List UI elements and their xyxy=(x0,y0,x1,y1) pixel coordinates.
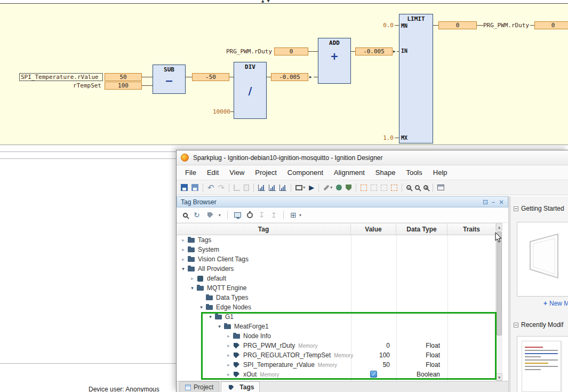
tree-row-all-providers[interactable]: ▾ All Providers xyxy=(177,264,495,274)
menu-file[interactable]: File xyxy=(180,169,202,177)
import-icon[interactable]: ↧ xyxy=(259,211,265,219)
window-titlebar[interactable]: Sparkplug - Ignition-debian10-ignition-m… xyxy=(177,150,568,165)
tree-row-default[interactable]: ▸ default xyxy=(177,274,495,283)
menu-project[interactable]: Project xyxy=(250,169,282,177)
collapse-arrow-icon[interactable]: ▾ xyxy=(180,266,187,271)
save-all-icon[interactable] xyxy=(191,184,198,191)
undo-icon[interactable]: ↶ xyxy=(207,183,214,193)
column-tag[interactable]: Tag xyxy=(177,223,351,235)
menu-view[interactable]: View xyxy=(224,169,250,177)
recent-item-thumbnail[interactable] xyxy=(522,341,561,392)
chevron-down-icon[interactable]: ▾ xyxy=(219,213,221,218)
close-panel-icon[interactable]: × xyxy=(499,199,504,205)
tree-row-tags[interactable]: ▸ Tags xyxy=(177,235,495,245)
shape-rect-icon[interactable] xyxy=(295,185,302,190)
collapse-arrow-icon[interactable]: ▾ xyxy=(216,324,223,329)
value-box-rtempset[interactable]: 100 xyxy=(105,82,142,90)
save-icon[interactable] xyxy=(181,184,188,191)
axis-z-icon[interactable] xyxy=(279,185,286,191)
expand-arrow-icon[interactable]: ▸ xyxy=(180,237,187,243)
tab-tags[interactable]: Tags xyxy=(221,381,260,392)
minimize-panel-icon[interactable]: – xyxy=(492,199,495,205)
select-bounds-icon[interactable] xyxy=(361,185,367,191)
tree-row-tag-spi-temperature-rvalue[interactable]: ▸ SPI_Temperature_rValue Memory 50 Float xyxy=(177,360,495,370)
menu-alignment[interactable]: Alignment xyxy=(329,169,370,177)
tree-row-edge-nodes[interactable]: ▾ Edge Nodes xyxy=(177,302,495,312)
new-tag-icon[interactable] xyxy=(207,212,213,218)
value-box-limit-out[interactable]: 0 xyxy=(438,21,477,29)
expand-arrow-icon[interactable]: ▸ xyxy=(225,353,232,358)
collapse-box-icon[interactable] xyxy=(514,206,518,211)
scrollbar-thumb[interactable] xyxy=(497,231,502,335)
tag-browser-header[interactable]: Tag Browser ⊡ – × xyxy=(177,196,508,207)
value-box-pwm-in[interactable]: 0 xyxy=(274,47,308,55)
menu-tools[interactable]: Tools xyxy=(401,169,427,177)
new-item-link[interactable]: + New M xyxy=(543,300,568,307)
refresh-icon[interactable]: ↻ xyxy=(194,211,200,219)
wrench-icon[interactable] xyxy=(324,185,330,190)
axis-y-icon[interactable] xyxy=(269,185,276,191)
tree-scrollbar[interactable]: ▲ ▼ xyxy=(495,223,502,381)
value-box-div-out[interactable]: -0.005 xyxy=(271,73,308,81)
scrollbar-down-button[interactable]: ▼ xyxy=(496,373,502,381)
search-icon[interactable] xyxy=(183,213,188,218)
chevron-down-icon[interactable]: ▾ xyxy=(303,185,305,190)
chevron-down-icon[interactable]: ▾ xyxy=(299,213,301,218)
value-box-sub-out[interactable]: -50 xyxy=(192,73,229,81)
fbd-canvas[interactable]: SPI_Temperature.rValue 50 rTempSet 100 S… xyxy=(0,3,568,145)
play-icon[interactable]: ▶ xyxy=(309,183,314,191)
tree-row-system[interactable]: ▸ System xyxy=(177,245,495,254)
add-block[interactable]: ADD + xyxy=(318,38,351,84)
collapse-arrow-icon[interactable]: ▾ xyxy=(189,285,196,291)
menu-shape[interactable]: Shape xyxy=(370,169,401,177)
menu-component[interactable]: Component xyxy=(282,169,329,177)
tree-row-tag-xout[interactable]: ▸ xOut Memory ✓ Boolean xyxy=(177,370,495,379)
tree-row-g1[interactable]: ▾ G1 xyxy=(177,312,495,322)
collapse-arrow-icon[interactable]: ▾ xyxy=(207,314,214,319)
tree-row-vision-client-tags[interactable]: ▸ Vision Client Tags xyxy=(177,254,495,264)
collapse-arrow-icon[interactable]: ▾ xyxy=(198,305,205,310)
value-box-pwm-out[interactable]: 0 xyxy=(534,21,568,29)
zoom-out-icon[interactable]: − xyxy=(406,185,411,190)
shield-icon[interactable] xyxy=(346,185,351,191)
operand-pwm-in[interactable]: PRG_PWM.rDuty xyxy=(219,48,272,55)
collapse-box-icon[interactable] xyxy=(514,323,518,327)
tree-row-meatforge1[interactable]: ▾ MeatForge1 xyxy=(177,322,495,331)
column-value[interactable]: Value xyxy=(351,223,396,235)
grid-view-icon[interactable]: ⊞ xyxy=(290,211,297,219)
recently-modified-header[interactable]: Recently Modif xyxy=(514,321,563,329)
tree-row-data-types[interactable]: Data Types xyxy=(177,293,495,302)
zoom-reset-icon[interactable] xyxy=(415,185,420,190)
operand-pwm-out[interactable]: PRG_PWM.rDuty xyxy=(483,22,529,29)
scrollbar-up-button[interactable]: ▲ xyxy=(496,223,502,230)
tree-row-tag-prg-pwm-rduty[interactable]: ▸ PRG_PWM_rDuty Memory 0 Float xyxy=(177,341,495,350)
recently-modified-card[interactable] xyxy=(517,336,568,392)
zoom-in-icon[interactable]: + xyxy=(423,185,428,190)
operand-spi-temperature[interactable]: SPI_Temperature.rValue xyxy=(19,73,103,81)
collapse-bounds-icon[interactable] xyxy=(371,185,377,191)
menu-edit[interactable]: Edit xyxy=(202,169,224,177)
expand-arrow-icon[interactable]: ▸ xyxy=(225,343,232,348)
expand-bounds-icon[interactable] xyxy=(391,185,397,191)
monitor-icon[interactable] xyxy=(234,212,241,218)
menu-help[interactable]: Help xyxy=(428,169,453,177)
chevron-down-icon[interactable]: ▾ xyxy=(330,185,332,190)
getting-started-card[interactable] xyxy=(517,222,568,297)
tree-row-tag-prg-regulator-rtempset[interactable]: ▸ PRG_REGULATOR_rTempSet Memory 100 Floa… xyxy=(177,350,495,360)
getting-started-header[interactable]: Getting Started xyxy=(514,205,564,212)
operand-rtempset[interactable]: rTempSet xyxy=(48,82,101,89)
tree-row-mqtt-engine[interactable]: ▾ MQTT Engine xyxy=(177,283,495,293)
column-data-type[interactable]: Data Type xyxy=(396,223,447,235)
fit-bounds-icon[interactable] xyxy=(381,185,387,191)
expand-arrow-icon[interactable]: ▸ xyxy=(189,276,196,281)
paste-icon[interactable] xyxy=(244,185,249,191)
value-box-add-out[interactable]: -0.005 xyxy=(355,47,393,55)
column-traits[interactable]: Traits xyxy=(447,223,495,235)
float-panel-icon[interactable]: ⊡ xyxy=(483,199,488,205)
axis-x-icon[interactable] xyxy=(258,185,265,191)
stopwatch-icon[interactable] xyxy=(247,212,253,218)
expand-arrow-icon[interactable]: ▸ xyxy=(180,247,187,252)
expand-arrow-icon[interactable]: ▸ xyxy=(225,333,232,339)
operand-div-const[interactable]: 10000 xyxy=(204,108,230,115)
expand-arrow-icon[interactable]: ▸ xyxy=(225,372,232,377)
